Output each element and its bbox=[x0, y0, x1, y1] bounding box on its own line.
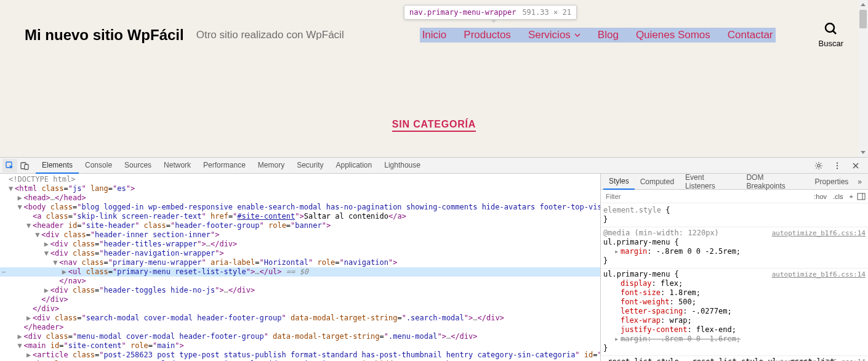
menu-item-inicio[interactable]: Inicio bbox=[422, 29, 447, 41]
styles-pane[interactable]: element.style { } autoptimize_b1f6.css:1… bbox=[601, 203, 868, 361]
styles-filter-input[interactable] bbox=[601, 193, 811, 200]
dom-line[interactable]: </header> bbox=[0, 323, 600, 332]
devtools-toolbar: ElementsConsoleSourcesNetworkPerformance… bbox=[0, 158, 868, 174]
devtools-tab-elements[interactable]: Elements bbox=[36, 158, 79, 174]
devtools-tab-sources[interactable]: Sources bbox=[118, 158, 158, 174]
element-style-block[interactable]: element.style { } bbox=[601, 205, 868, 227]
dom-line[interactable]: ▼<header id="site-header" class="header-… bbox=[0, 221, 600, 230]
scroll-up-icon[interactable] bbox=[861, 3, 866, 6]
website-preview: nav.primary-menu-wrapper 591.33 × 21 Mi … bbox=[0, 0, 868, 157]
scroll-down-icon[interactable] bbox=[861, 151, 866, 154]
devtools-tab-security[interactable]: Security bbox=[291, 158, 329, 174]
css-property[interactable]: ▸margin: -.8rem 0 0 -1.6rem; bbox=[603, 335, 856, 344]
stylesheet-source-link[interactable]: autoptimize_b1f6.css:14 bbox=[772, 270, 866, 279]
dom-line[interactable]: </nav> bbox=[0, 277, 600, 286]
menu-item-contactar[interactable]: Contactar bbox=[728, 29, 773, 41]
devtools-tab-memory[interactable]: Memory bbox=[252, 158, 291, 174]
dom-line[interactable]: ▶<head>…</head> bbox=[0, 193, 600, 203]
css-rule-block[interactable]: autoptimize_b1f6.css:14 ul.primary-menu … bbox=[601, 269, 868, 356]
site-description: Otro sitio realizado con WpFácil bbox=[196, 29, 344, 41]
dom-line[interactable]: ▼<main id="site-content" role="main"> bbox=[0, 341, 600, 351]
dom-line[interactable]: ▶<div class="header-titles-wrapper">…</d… bbox=[0, 240, 600, 249]
close-devtools-button[interactable] bbox=[848, 159, 863, 172]
css-property[interactable]: justify-content: flex-end; bbox=[603, 325, 856, 335]
search-toggle[interactable]: Buscar bbox=[819, 22, 843, 48]
sidebar-tab-properties[interactable]: Properties bbox=[810, 174, 854, 189]
svg-point-5 bbox=[818, 164, 820, 166]
svg-point-6 bbox=[837, 162, 838, 163]
menu-item-blog[interactable]: Blog bbox=[598, 29, 619, 41]
primary-menu-highlighted: InicioProductosServiciosBlogQuienes Somo… bbox=[420, 28, 776, 43]
site-title[interactable]: Mi nuevo sitio WpFácil bbox=[25, 26, 184, 44]
devtools-tab-application[interactable]: Application bbox=[330, 158, 379, 174]
post-category[interactable]: SIN CATEGORÍA bbox=[0, 119, 868, 130]
menu-link[interactable]: Contactar bbox=[728, 29, 773, 41]
dom-line[interactable]: ▼<div class="header-inner section-inner"… bbox=[0, 230, 600, 240]
inspect-element-button[interactable] bbox=[2, 159, 17, 172]
device-toolbar-button[interactable] bbox=[17, 159, 32, 172]
filter-btn-+[interactable]: + bbox=[847, 192, 856, 201]
preview-scrollbar[interactable] bbox=[858, 0, 868, 157]
line-actions-icon[interactable]: ⋯ bbox=[0, 267, 7, 277]
dom-line[interactable]: ▶<div class="menu-modal cover-modal head… bbox=[0, 332, 600, 341]
dom-line[interactable]: ▼<html class="js" lang="es"> bbox=[0, 184, 600, 193]
devtools-tab-performance[interactable]: Performance bbox=[197, 158, 252, 174]
css-property[interactable]: font-weight: 500; bbox=[603, 298, 856, 307]
scrollbar-thumb[interactable] bbox=[859, 10, 867, 28]
dom-line[interactable]: <a class="skip-link screen-reader-text" … bbox=[0, 212, 600, 221]
menu-link[interactable]: Quienes Somos bbox=[636, 29, 710, 41]
menu-item-servicios[interactable]: Servicios bbox=[528, 29, 581, 41]
dom-line[interactable]: ▼<body class="blog logged-in wp-embed-re… bbox=[0, 203, 600, 212]
devtools-panel: ElementsConsoleSourcesNetworkPerformance… bbox=[0, 157, 868, 361]
stylesheet-source-link[interactable]: autoptimize_b1f6.css:14 bbox=[772, 357, 866, 361]
tooltip-selector: nav.primary-menu-wrapper bbox=[409, 8, 516, 17]
menu-item-quienes-somos[interactable]: Quienes Somos bbox=[636, 29, 710, 41]
sidebar-tab-computed[interactable]: Computed bbox=[635, 174, 680, 189]
svg-point-7 bbox=[837, 164, 838, 166]
dom-line[interactable]: ▶<div class="search-modal cover-modal he… bbox=[0, 314, 600, 323]
elements-tree[interactable]: <!DOCTYPE html>▼<html class="js" lang="e… bbox=[0, 174, 600, 361]
settings-button[interactable] bbox=[811, 159, 826, 172]
devtools-tab-console[interactable]: Console bbox=[79, 158, 118, 174]
filter-btn-cls[interactable]: .cls bbox=[830, 192, 846, 201]
styles-sidebar: StylesComputedEvent ListenersDOM Breakpo… bbox=[600, 174, 868, 361]
sidebar-tab-styles[interactable]: Styles bbox=[603, 174, 635, 190]
dom-line[interactable]: ▶<div class="header-toggles hide-no-js">… bbox=[0, 286, 600, 295]
stylesheet-source-link[interactable]: autoptimize_b1f6.css:14 bbox=[772, 229, 866, 238]
search-label: Buscar bbox=[819, 39, 843, 48]
css-rule-block[interactable]: autoptimize_b1f6.css:14 .reset-list-styl… bbox=[601, 356, 868, 361]
css-rule-block[interactable]: autoptimize_b1f6.css:14 @media (min-widt… bbox=[601, 227, 868, 269]
dom-line[interactable]: </div> bbox=[0, 295, 600, 304]
search-icon bbox=[824, 22, 838, 36]
svg-point-0 bbox=[826, 23, 834, 32]
menu-link[interactable]: Inicio bbox=[422, 29, 447, 41]
toggle-sidebar-icon[interactable] bbox=[857, 193, 866, 200]
chevron-down-icon bbox=[574, 32, 581, 38]
svg-rect-4 bbox=[25, 164, 28, 169]
dom-line[interactable]: ▶<ul class="primary-menu reset-list-styl… bbox=[0, 267, 600, 277]
filter-btn-hov[interactable]: :hov bbox=[811, 192, 829, 201]
css-property[interactable]: font-size: 1.8rem; bbox=[603, 288, 856, 298]
element-style-label: element.style bbox=[603, 206, 661, 214]
dom-line[interactable]: ▶<article class="post-258623 post type-p… bbox=[0, 351, 600, 360]
menu-link[interactable]: Productos bbox=[464, 29, 511, 41]
menu-link[interactable]: Blog bbox=[598, 29, 619, 41]
sidebar-more-button[interactable]: » bbox=[854, 177, 866, 186]
more-menu-button[interactable] bbox=[830, 159, 845, 172]
css-property[interactable]: display: flex; bbox=[603, 279, 856, 288]
devtools-main-tabs: ElementsConsoleSourcesNetworkPerformance… bbox=[36, 158, 427, 174]
menu-link[interactable]: Servicios bbox=[528, 29, 571, 41]
css-property[interactable]: flex-wrap: wrap; bbox=[603, 316, 856, 325]
dom-line[interactable]: ▼<div class="header-navigation-wrapper"> bbox=[0, 249, 600, 258]
css-property[interactable]: ▸margin: -.8rem 0 0 -2.5rem; bbox=[603, 247, 856, 256]
css-property[interactable]: letter-spacing: -.0277em; bbox=[603, 307, 856, 316]
dom-line[interactable]: <!DOCTYPE html> bbox=[0, 175, 600, 184]
sidebar-tabs: StylesComputedEvent ListenersDOM Breakpo… bbox=[601, 174, 868, 190]
svg-rect-11 bbox=[858, 193, 865, 200]
dom-line[interactable]: </div> bbox=[0, 304, 600, 314]
dom-line[interactable]: ▼<nav class="primary-menu-wrapper" aria-… bbox=[0, 258, 600, 267]
menu-item-productos[interactable]: Productos bbox=[464, 29, 511, 41]
tooltip-dimensions: 591.33 × 21 bbox=[522, 8, 571, 17]
devtools-tab-network[interactable]: Network bbox=[158, 158, 197, 174]
devtools-tab-lighthouse[interactable]: Lighthouse bbox=[378, 158, 427, 174]
